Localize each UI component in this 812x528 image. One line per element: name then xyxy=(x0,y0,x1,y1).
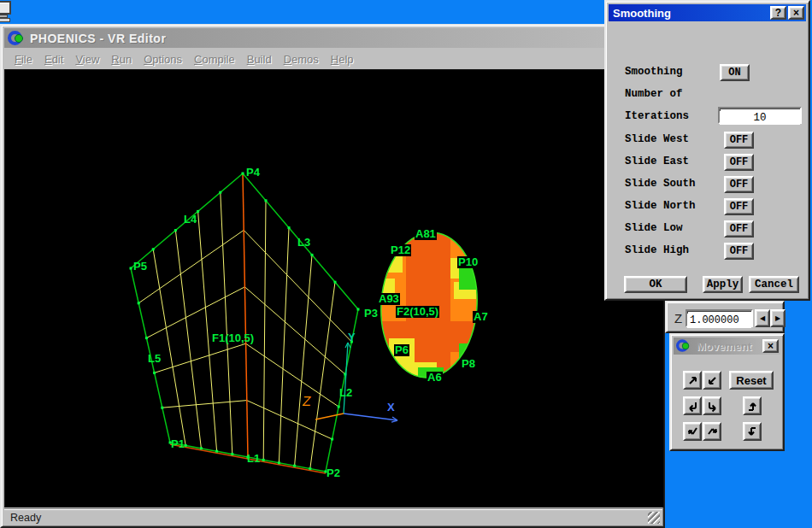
menu-run[interactable]: Run xyxy=(111,53,132,66)
smoothing-dialog: Smoothing ? × SmoothingONNumber ofIterat… xyxy=(604,0,810,301)
dialog-row: Slide HighOFF xyxy=(606,243,809,260)
dialog-row: SmoothingON xyxy=(606,64,809,81)
toggle-slide-low[interactable]: OFF xyxy=(724,220,754,238)
monitor-base xyxy=(0,18,10,22)
viewport-label-a7: A7 xyxy=(473,311,489,323)
smoothing-titlebar[interactable]: Smoothing ? × xyxy=(609,4,806,21)
viewport-label-a6: A6 xyxy=(427,372,443,384)
dialog-row: Slide WestOFF xyxy=(606,132,809,149)
viewport-label-p4: P4 xyxy=(246,167,260,179)
dialog-row: Slide SouthOFF xyxy=(606,176,809,193)
scene-canvas xyxy=(5,70,664,507)
reset-button[interactable]: Reset xyxy=(729,371,774,390)
help-button[interactable]: ? xyxy=(770,6,786,20)
toggle-slide-east[interactable]: OFF xyxy=(724,154,754,171)
row-label: Slide South xyxy=(625,178,696,190)
spin-left-icon[interactable]: ◀ xyxy=(755,309,770,327)
viewport-label-p12: P12 xyxy=(390,244,411,256)
arrow-up-right-icon[interactable] xyxy=(683,371,702,390)
dialog-row: Slide NorthOFF xyxy=(606,198,809,215)
dialog-row: Iterations xyxy=(606,109,809,126)
z-value-field[interactable] xyxy=(685,309,753,327)
viewport-label-f1105: F1(10,5) xyxy=(212,332,254,344)
ok-button[interactable]: OK xyxy=(624,276,687,293)
menu-demos[interactable]: Demos xyxy=(284,53,319,66)
menu-compile[interactable]: Compile xyxy=(194,53,235,66)
movement-titlebar[interactable]: Movement × xyxy=(674,337,780,355)
close-icon[interactable]: × xyxy=(788,6,804,20)
viewport-label-x: X xyxy=(387,402,395,414)
monitor-icon[interactable] xyxy=(0,1,12,23)
window-title: PHOENICS - VR Editor xyxy=(30,32,166,45)
row-label: Slide High xyxy=(625,244,689,256)
viewport-label-l5: L5 xyxy=(148,353,161,365)
cancel-button[interactable]: Cancel xyxy=(749,276,799,293)
z-value-input[interactable] xyxy=(687,314,751,328)
menu-view[interactable]: View xyxy=(75,53,99,66)
iterations-input[interactable] xyxy=(720,111,800,125)
viewport-label-a93: A93 xyxy=(378,293,400,305)
status-text: Ready xyxy=(10,512,41,524)
viewport-label-p1: P1 xyxy=(171,438,185,450)
z-axis-label: Z xyxy=(674,311,682,326)
phoenics-window: PHOENICS - VR Editor FileEditViewRunOpti… xyxy=(0,24,665,528)
iterations-field[interactable] xyxy=(718,107,802,124)
viewport-label-p10: P10 xyxy=(457,256,479,268)
dialog-row: Slide LowOFF xyxy=(606,220,809,238)
viewport-label-f2105: F2(10,5) xyxy=(396,306,439,318)
return-left-icon[interactable] xyxy=(683,396,702,415)
viewport-label-a81: A81 xyxy=(415,228,437,240)
dialog-row: Slide EastOFF xyxy=(606,154,809,171)
viewport-label-z: Z xyxy=(302,396,312,408)
rotate-up-icon[interactable] xyxy=(743,396,762,415)
toggle-slide-north[interactable]: OFF xyxy=(724,198,754,215)
viewport-label-p6: P6 xyxy=(394,344,409,356)
menu-file[interactable]: File xyxy=(15,53,32,66)
phoenics-logo-icon xyxy=(8,30,25,47)
arrow-down-left-icon[interactable] xyxy=(703,371,721,390)
zigzag-up-right-icon[interactable] xyxy=(703,422,721,441)
row-label: Slide Low xyxy=(625,222,683,234)
toggle-slide-west[interactable]: OFF xyxy=(724,132,754,149)
movement-window: Movement × Reset xyxy=(669,333,785,451)
viewport-label-p2: P2 xyxy=(327,467,340,479)
viewport-label-p5: P5 xyxy=(133,261,147,273)
toggle-smoothing[interactable]: ON xyxy=(720,64,750,81)
menu-edit[interactable]: Edit xyxy=(44,53,63,66)
menubar: FileEditViewRunOptionsCompileBuildDemosH… xyxy=(4,49,662,69)
row-label: Iterations xyxy=(625,110,689,122)
spin-right-icon[interactable]: ▶ xyxy=(770,309,786,327)
viewport-label-p8: P8 xyxy=(461,358,476,370)
row-label: Slide East xyxy=(625,155,689,167)
viewport-label-l3: L3 xyxy=(297,237,310,249)
row-label: Slide North xyxy=(625,200,696,212)
row-label: Slide West xyxy=(625,133,689,145)
toggle-slide-high[interactable]: OFF xyxy=(724,243,754,260)
return-right-icon[interactable] xyxy=(703,396,721,415)
apply-button[interactable]: Apply xyxy=(703,276,743,293)
z-coordinate-panel: Z ◀ ▶ xyxy=(665,301,785,333)
viewport-label-l1: L1 xyxy=(247,453,260,465)
statusbar: Ready xyxy=(4,508,662,525)
viewport-label-p3: P3 xyxy=(364,308,378,320)
resize-grip-icon[interactable] xyxy=(648,512,660,524)
row-label: Number of xyxy=(625,88,683,100)
row-label: Smoothing xyxy=(625,66,683,78)
titlebar[interactable]: PHOENICS - VR Editor xyxy=(4,28,662,48)
viewport[interactable]: P4L4L3P5P3F1(10,5)L5L2P1L1P2A81P12P10A93… xyxy=(4,69,664,507)
dialog-row: Number of xyxy=(606,86,809,103)
viewport-label-y: Y xyxy=(348,331,356,343)
toggle-slide-south[interactable]: OFF xyxy=(724,176,754,193)
menu-options[interactable]: Options xyxy=(144,53,182,66)
movement-title: Movement xyxy=(697,340,761,353)
rotate-down-icon[interactable] xyxy=(743,422,762,441)
viewport-label-l2: L2 xyxy=(339,387,352,399)
menu-help[interactable]: Help xyxy=(331,53,354,66)
phoenics-logo-icon xyxy=(676,339,691,354)
monitor-screen xyxy=(0,1,11,15)
dialog-title: Smoothing xyxy=(613,7,768,20)
close-icon[interactable]: × xyxy=(762,339,779,353)
menu-build[interactable]: Build xyxy=(247,53,272,66)
zigzag-down-left-icon[interactable] xyxy=(683,422,702,441)
viewport-label-l4: L4 xyxy=(184,214,197,226)
